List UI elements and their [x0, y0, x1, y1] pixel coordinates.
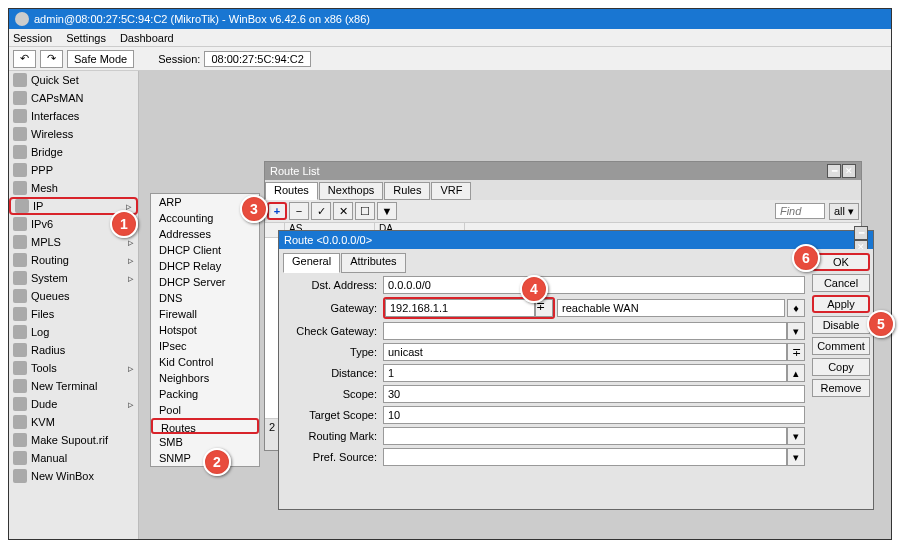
tab-general[interactable]: General	[283, 253, 340, 273]
disable-button[interactable]: ✕	[333, 202, 353, 220]
filter-button[interactable]: ▼	[377, 202, 397, 220]
pref-source-label: Pref. Source:	[283, 451, 383, 463]
marker-6: 6	[792, 244, 820, 272]
menu-dashboard[interactable]: Dashboard	[120, 32, 174, 44]
tab-nexthops[interactable]: Nexthops	[319, 182, 383, 200]
route-list-toolbar: + − ✓ ✕ ☐ ▼ all ▾	[265, 200, 861, 222]
gateway-status	[557, 299, 785, 317]
check-gateway-label: Check Gateway:	[283, 325, 383, 337]
sidebar-item-radius[interactable]: Radius	[9, 341, 138, 359]
sidebar-item-manual[interactable]: Manual	[9, 449, 138, 467]
sidebar-item-log[interactable]: Log	[9, 323, 138, 341]
type-dropdown-icon[interactable]: ∓	[787, 343, 805, 361]
submenu-item-pool[interactable]: Pool	[151, 402, 259, 418]
all-dropdown[interactable]: all ▾	[829, 203, 859, 220]
sidebar-item-label: KVM	[31, 416, 55, 428]
scope-input[interactable]	[383, 385, 805, 403]
submenu-item-routes[interactable]: Routes	[151, 418, 259, 434]
sidebar-icon	[13, 235, 27, 249]
sidebar-item-bridge[interactable]: Bridge	[9, 143, 138, 161]
route-list-title: Route List	[270, 165, 320, 177]
sidebar-item-wireless[interactable]: Wireless	[9, 125, 138, 143]
minimize-icon[interactable]: ━	[827, 164, 841, 178]
menu-settings[interactable]: Settings	[66, 32, 106, 44]
sidebar-item-dude[interactable]: Dude▹	[9, 395, 138, 413]
ok-button[interactable]: OK	[812, 253, 870, 271]
submenu-item-kid-control[interactable]: Kid Control	[151, 354, 259, 370]
gateway-input[interactable]	[385, 299, 535, 317]
sidebar-item-new-terminal[interactable]: New Terminal	[9, 377, 138, 395]
submenu-item-firewall[interactable]: Firewall	[151, 306, 259, 322]
close-icon[interactable]: ✕	[842, 164, 856, 178]
dst-address-input[interactable]	[383, 276, 805, 294]
sidebar-item-files[interactable]: Files	[9, 305, 138, 323]
find-input[interactable]	[775, 203, 825, 219]
sidebar-item-make-supout.rif[interactable]: Make Supout.rif	[9, 431, 138, 449]
submenu-item-dhcp-server[interactable]: DHCP Server	[151, 274, 259, 290]
sidebar-item-system[interactable]: System▹	[9, 269, 138, 287]
disable-button[interactable]: Disable	[812, 316, 870, 334]
sidebar-item-label: Queues	[31, 290, 70, 302]
distance-expand-icon[interactable]: ▴	[787, 364, 805, 382]
remove-button[interactable]: −	[289, 202, 309, 220]
sidebar-item-tools[interactable]: Tools▹	[9, 359, 138, 377]
submenu-item-dhcp-relay[interactable]: DHCP Relay	[151, 258, 259, 274]
sidebar-item-ppp[interactable]: PPP	[9, 161, 138, 179]
routing-mark-dropdown-icon[interactable]: ▾	[787, 427, 805, 445]
submenu-item-addresses[interactable]: Addresses	[151, 226, 259, 242]
comment-button[interactable]: ☐	[355, 202, 375, 220]
routing-mark-input[interactable]	[383, 427, 787, 445]
sidebar-item-mesh[interactable]: Mesh	[9, 179, 138, 197]
redo-button[interactable]: ↷	[40, 50, 63, 68]
distance-input[interactable]	[383, 364, 787, 382]
sidebar-item-label: Mesh	[31, 182, 58, 194]
remove-button[interactable]: Remove	[812, 379, 870, 397]
safemode-button[interactable]: Safe Mode	[67, 50, 134, 68]
sidebar-item-queues[interactable]: Queues	[9, 287, 138, 305]
gateway-add-icon[interactable]: ♦	[787, 299, 805, 317]
tab-routes[interactable]: Routes	[265, 182, 318, 200]
sidebar-item-capsman[interactable]: CAPsMAN	[9, 89, 138, 107]
sidebar-icon	[13, 163, 27, 177]
add-button[interactable]: +	[267, 202, 287, 220]
sidebar-item-kvm[interactable]: KVM	[9, 413, 138, 431]
route-list-title-bar[interactable]: Route List ━ ✕	[265, 162, 861, 180]
minimize-icon[interactable]: ━	[854, 226, 868, 240]
sidebar-item-label: PPP	[31, 164, 53, 176]
pref-source-dropdown-icon[interactable]: ▾	[787, 448, 805, 466]
tab-vrf[interactable]: VRF	[431, 182, 471, 200]
sidebar-icon	[13, 181, 27, 195]
submenu-item-packing[interactable]: Packing	[151, 386, 259, 402]
submenu-item-neighbors[interactable]: Neighbors	[151, 370, 259, 386]
sidebar-icon	[13, 307, 27, 321]
sidebar-icon	[13, 433, 27, 447]
enable-button[interactable]: ✓	[311, 202, 331, 220]
sidebar-item-interfaces[interactable]: Interfaces	[9, 107, 138, 125]
pref-source-input[interactable]	[383, 448, 787, 466]
submenu-item-dns[interactable]: DNS	[151, 290, 259, 306]
apply-button[interactable]: Apply	[812, 295, 870, 313]
check-gateway-dropdown-icon[interactable]: ▾	[787, 322, 805, 340]
copy-button[interactable]: Copy	[812, 358, 870, 376]
submenu-item-smb[interactable]: SMB	[151, 434, 259, 450]
submenu-item-hotspot[interactable]: Hotspot	[151, 322, 259, 338]
cancel-button[interactable]: Cancel	[812, 274, 870, 292]
sidebar-item-label: IPv6	[31, 218, 53, 230]
sidebar-item-label: Routing	[31, 254, 69, 266]
route-edit-title-bar[interactable]: Route <0.0.0.0/0> ━ ✕	[279, 231, 873, 249]
sidebar-item-routing[interactable]: Routing▹	[9, 251, 138, 269]
undo-button[interactable]: ↶	[13, 50, 36, 68]
target-scope-input[interactable]	[383, 406, 805, 424]
menu-session[interactable]: Session	[13, 32, 52, 44]
sidebar-item-new-winbox[interactable]: New WinBox	[9, 467, 138, 485]
sidebar-item-quick-set[interactable]: Quick Set	[9, 71, 138, 89]
check-gateway-input[interactable]	[383, 322, 787, 340]
submenu-item-ipsec[interactable]: IPsec	[151, 338, 259, 354]
distance-label: Distance:	[283, 367, 383, 379]
type-input[interactable]	[383, 343, 787, 361]
tab-rules[interactable]: Rules	[384, 182, 430, 200]
comment-button[interactable]: Comment	[812, 337, 870, 355]
ip-submenu: ARPAccountingAddressesDHCP ClientDHCP Re…	[150, 193, 260, 467]
submenu-item-dhcp-client[interactable]: DHCP Client	[151, 242, 259, 258]
tab-attributes[interactable]: Attributes	[341, 253, 405, 273]
